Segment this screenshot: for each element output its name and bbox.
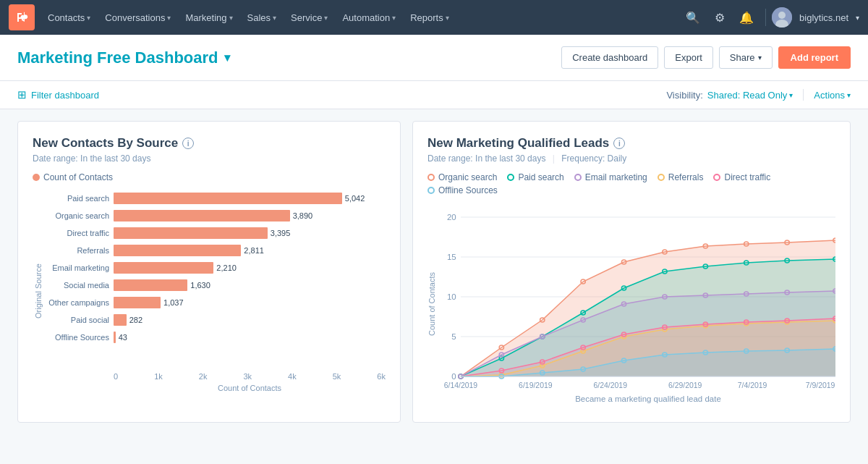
add-report-button[interactable]: Add report <box>778 46 851 69</box>
bar-fill <box>114 297 161 308</box>
bar-row: Offline Sources 43 <box>44 329 386 346</box>
dashboard-toolbar: ⊞ Filter dashboard Visibility: Shared: R… <box>0 81 868 109</box>
bar-row: Paid search 5,042 <box>44 190 386 207</box>
navigation: Contacts ▾ Conversations ▾ Marketing ▾ S… <box>0 0 868 35</box>
bar-y-axis-label: Original Source <box>33 190 44 392</box>
nav-username[interactable]: biglytics.net <box>795 12 853 23</box>
bar-track: 2,210 <box>114 262 386 274</box>
svg-text:6/14/2019: 6/14/2019 <box>444 381 478 389</box>
svg-text:20: 20 <box>447 213 456 222</box>
user-menu-chevron: ▾ <box>856 14 859 22</box>
share-chevron-icon: ▾ <box>758 54 762 62</box>
nav-sales[interactable]: Sales ▾ <box>240 0 284 35</box>
svg-text:10: 10 <box>447 292 456 301</box>
avatar[interactable] <box>772 7 792 28</box>
svg-text:6/24/2019: 6/24/2019 <box>594 381 628 389</box>
filter-dashboard-button[interactable]: ⊞ Filter dashboard <box>17 88 99 101</box>
settings-button[interactable]: ⚙ <box>709 7 731 29</box>
hubspot-logo[interactable] <box>9 4 35 30</box>
bar-label: Paid social <box>44 316 109 324</box>
legend-dot <box>33 174 40 181</box>
svg-text:Count of Contacts: Count of Contacts <box>427 272 436 336</box>
chart-right-subtitle: Date range: In the last 30 days | Freque… <box>427 153 835 164</box>
legend-item: Organic search <box>427 172 497 182</box>
nav-divider <box>765 9 766 26</box>
bar-row: Referrals 2,811 <box>44 242 386 259</box>
filter-icon: ⊞ <box>17 88 27 101</box>
svg-text:6/29/2019: 6/29/2019 <box>668 381 702 389</box>
search-button[interactable]: 🔍 <box>680 7 706 29</box>
chevron-down-icon: ▾ <box>392 14 396 22</box>
bar-fill <box>114 210 290 222</box>
title-dropdown-arrow[interactable]: ▾ <box>224 51 230 64</box>
svg-text:7/9/2019: 7/9/2019 <box>806 381 835 389</box>
nav-contacts[interactable]: Contacts ▾ <box>41 0 98 35</box>
bar-track: 282 <box>114 314 386 326</box>
chevron-down-icon: ▾ <box>324 14 328 22</box>
chart-left-subtitle: Date range: In the last 30 days <box>33 153 386 164</box>
svg-text:6/19/2019: 6/19/2019 <box>519 381 553 389</box>
nav-service[interactable]: Service ▾ <box>284 0 335 35</box>
bar-fill <box>114 279 187 291</box>
legend-dot <box>574 174 582 181</box>
chevron-down-icon: ▾ <box>167 14 171 22</box>
chevron-down-icon: ▾ <box>87 14 90 22</box>
chevron-down-icon: ▾ <box>273 14 276 22</box>
nav-marketing[interactable]: Marketing ▾ <box>178 0 239 35</box>
svg-text:5: 5 <box>451 332 456 341</box>
export-button[interactable]: Export <box>664 46 713 69</box>
bar-fill <box>114 245 241 256</box>
nav-automation[interactable]: Automation ▾ <box>335 0 403 35</box>
bar-track: 1,630 <box>114 279 386 291</box>
bar-track: 1,037 <box>114 297 386 308</box>
bar-value: 5,042 <box>345 194 365 203</box>
notifications-button[interactable]: 🔔 <box>733 7 760 29</box>
toolbar-right: Visibility: Shared: Read Only ▾ Actions … <box>666 89 851 101</box>
nav-reports[interactable]: Reports ▾ <box>403 0 456 35</box>
bar-row: Paid social 282 <box>44 311 386 329</box>
bar-value: 3,395 <box>271 229 291 237</box>
bar-row: Email marketing 2,210 <box>44 259 386 277</box>
marketing-qualified-leads-card: New Marketing Qualified Leads i Date ran… <box>412 121 851 423</box>
dashboard-title: Marketing Free Dashboard ▾ <box>17 48 230 67</box>
bar-track: 3,395 <box>114 227 386 239</box>
legend-dot <box>713 174 720 181</box>
page-header: Marketing Free Dashboard ▾ Create dashbo… <box>0 35 868 81</box>
bar-row: Other campaigns 1,037 <box>44 294 386 311</box>
bar-fill <box>114 262 213 274</box>
bar-x-axis: 0 1k 2k 3k 4k 5k 6k Count of Contacts <box>44 372 386 392</box>
legend-item: Offline Sources <box>427 185 498 195</box>
bar-label: Direct traffic <box>44 229 109 237</box>
svg-point-1 <box>24 16 27 19</box>
share-button[interactable]: Share ▾ <box>719 46 773 69</box>
line-chart-legend: Organic search Paid search Email marketi… <box>427 172 835 195</box>
legend-dot <box>427 187 435 194</box>
bar-value: 1,037 <box>163 298 184 307</box>
chart-right-title: New Marketing Qualified Leads i <box>427 136 835 151</box>
actions-button[interactable]: Actions ▾ <box>814 90 851 101</box>
chevron-down-icon: ▾ <box>446 14 449 22</box>
svg-text:0: 0 <box>451 372 456 381</box>
bar-fill <box>114 314 127 326</box>
bar-label: Referrals <box>44 246 109 255</box>
bar-row: Organic search 3,890 <box>44 207 386 224</box>
info-icon[interactable]: i <box>182 138 194 149</box>
svg-text:15: 15 <box>447 253 456 261</box>
bar-value: 43 <box>119 333 127 342</box>
bar-track: 2,811 <box>114 245 386 256</box>
chevron-down-icon: ▾ <box>229 14 233 22</box>
legend-dot <box>507 174 514 181</box>
nav-conversations[interactable]: Conversations ▾ <box>98 0 178 35</box>
bar-chart-area: Paid search 5,042 Organic search 3,890 D… <box>44 190 386 392</box>
bar-fill <box>114 227 268 239</box>
bar-track: 3,890 <box>114 210 386 222</box>
legend-item: Referrals <box>658 172 704 182</box>
legend-dot <box>427 174 435 181</box>
info-icon-right[interactable]: i <box>613 138 625 149</box>
line-chart-wrapper: 20 15 10 5 0 Count of Contacts <box>427 203 835 408</box>
bar-fill <box>114 332 116 343</box>
visibility-value[interactable]: Shared: Read Only ▾ <box>707 90 793 101</box>
bar-rows: Paid search 5,042 Organic search 3,890 D… <box>44 190 386 346</box>
create-dashboard-button[interactable]: Create dashboard <box>561 46 658 69</box>
contacts-by-source-card: New Contacts By Source i Date range: In … <box>17 121 401 423</box>
